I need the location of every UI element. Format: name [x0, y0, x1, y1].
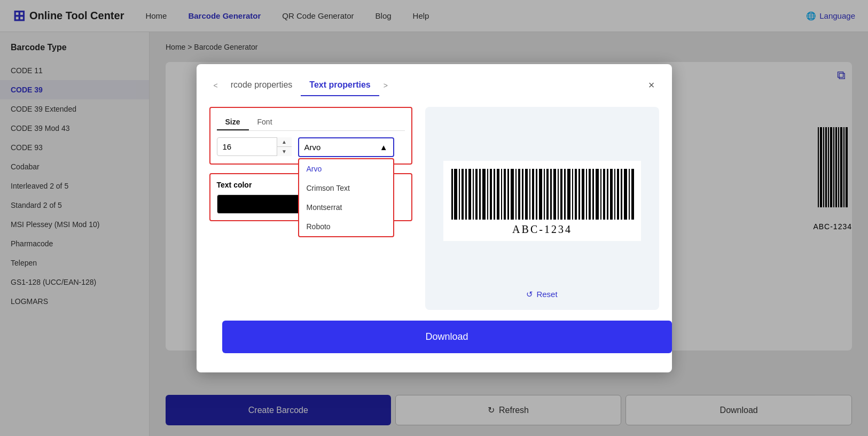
svg-rect-89	[522, 169, 523, 220]
svg-text:ABC-1234: ABC-1234	[512, 223, 572, 235]
size-down-button[interactable]: ▼	[277, 147, 292, 156]
svg-rect-102	[567, 169, 570, 220]
svg-rect-113	[607, 169, 608, 220]
font-selected-label: Arvo	[304, 143, 321, 152]
svg-rect-83	[501, 169, 502, 220]
modal: < rcode properties Text properties > × S…	[197, 64, 672, 372]
tab-text-properties[interactable]: Text properties	[301, 75, 379, 96]
svg-rect-107	[586, 169, 587, 220]
reset-label: Reset	[536, 290, 557, 299]
svg-rect-75	[473, 169, 474, 220]
svg-rect-88	[518, 169, 520, 220]
svg-rect-90	[525, 169, 528, 220]
inner-tab-font[interactable]: Font	[249, 114, 281, 130]
svg-rect-91	[529, 169, 530, 220]
modal-right-panel: ABC-1234 ↺ Reset	[425, 107, 659, 310]
reset-icon: ↺	[526, 290, 533, 299]
svg-rect-82	[497, 169, 499, 220]
svg-rect-109	[592, 169, 594, 220]
svg-rect-116	[617, 169, 619, 220]
svg-rect-94	[539, 169, 542, 220]
svg-rect-100	[560, 169, 562, 220]
font-option-arvo[interactable]: Arvo	[299, 159, 393, 178]
tab-prev-arrow[interactable]: <	[209, 81, 222, 90]
svg-rect-97	[550, 169, 552, 220]
svg-rect-85	[507, 169, 509, 220]
svg-rect-103	[572, 169, 573, 220]
svg-rect-108	[589, 169, 591, 220]
overlay[interactable]: < rcode properties Text properties > × S…	[0, 0, 868, 436]
svg-rect-78	[482, 169, 486, 220]
size-font-section: Size Font ▲ ▼	[209, 107, 412, 165]
svg-rect-119	[629, 169, 630, 220]
svg-rect-101	[564, 169, 566, 220]
modal-header: < rcode properties Text properties > ×	[197, 64, 672, 96]
svg-rect-99	[558, 169, 559, 220]
svg-rect-70	[454, 169, 457, 220]
chevron-up-icon: ▲	[380, 143, 388, 152]
svg-rect-84	[504, 169, 506, 220]
modal-barcode-preview: ABC-1234	[436, 123, 648, 279]
svg-rect-112	[603, 169, 605, 220]
modal-left-panel: Size Font ▲ ▼	[209, 107, 412, 310]
svg-rect-77	[479, 169, 481, 220]
tab-next-arrow[interactable]: >	[379, 81, 392, 90]
reset-button[interactable]: ↺ Reset	[526, 290, 557, 299]
font-dropdown[interactable]: Arvo ▲ Arvo Crimson Text Montserrat Robo…	[298, 137, 394, 157]
svg-rect-74	[468, 169, 471, 220]
svg-rect-95	[544, 169, 545, 220]
svg-rect-72	[462, 169, 464, 220]
svg-rect-111	[600, 169, 601, 220]
size-up-button[interactable]: ▲	[277, 137, 292, 147]
barcode-preview-container: ABC-1234	[443, 161, 641, 241]
svg-rect-86	[511, 169, 514, 220]
svg-rect-115	[614, 169, 615, 220]
svg-rect-118	[624, 169, 627, 220]
svg-rect-81	[494, 169, 495, 220]
inner-tab-size[interactable]: Size	[217, 114, 249, 130]
modal-body: Size Font ▲ ▼	[197, 96, 672, 321]
svg-rect-80	[490, 169, 492, 220]
svg-rect-76	[475, 169, 478, 220]
modal-footer: Download	[197, 321, 672, 372]
inner-tabs: Size Font	[217, 114, 405, 131]
svg-rect-69	[451, 169, 453, 220]
tab-barcode-properties[interactable]: rcode properties	[222, 75, 301, 96]
modal-barcode-svg: ABC-1234	[449, 166, 636, 236]
svg-rect-105	[578, 169, 580, 220]
svg-rect-104	[575, 169, 577, 220]
svg-rect-120	[631, 169, 634, 220]
font-option-crimson[interactable]: Crimson Text	[299, 178, 393, 198]
font-option-roboto[interactable]: Roboto	[299, 217, 393, 236]
font-dropdown-button[interactable]: Arvo ▲	[298, 137, 394, 157]
svg-rect-96	[546, 169, 549, 220]
svg-rect-87	[515, 169, 517, 220]
svg-rect-106	[582, 169, 584, 220]
svg-rect-79	[487, 169, 488, 220]
svg-rect-93	[536, 169, 537, 220]
svg-rect-110	[596, 169, 599, 220]
svg-rect-92	[532, 169, 534, 220]
svg-rect-114	[610, 169, 613, 220]
font-dropdown-menu: Arvo Crimson Text Montserrat Roboto	[298, 158, 394, 237]
svg-rect-73	[465, 169, 467, 220]
font-option-montserrat[interactable]: Montserrat	[299, 198, 393, 217]
svg-rect-71	[459, 169, 460, 220]
modal-download-button[interactable]: Download	[222, 321, 672, 353]
close-button[interactable]: ×	[644, 77, 659, 94]
svg-rect-98	[553, 169, 556, 220]
svg-rect-117	[621, 169, 622, 220]
